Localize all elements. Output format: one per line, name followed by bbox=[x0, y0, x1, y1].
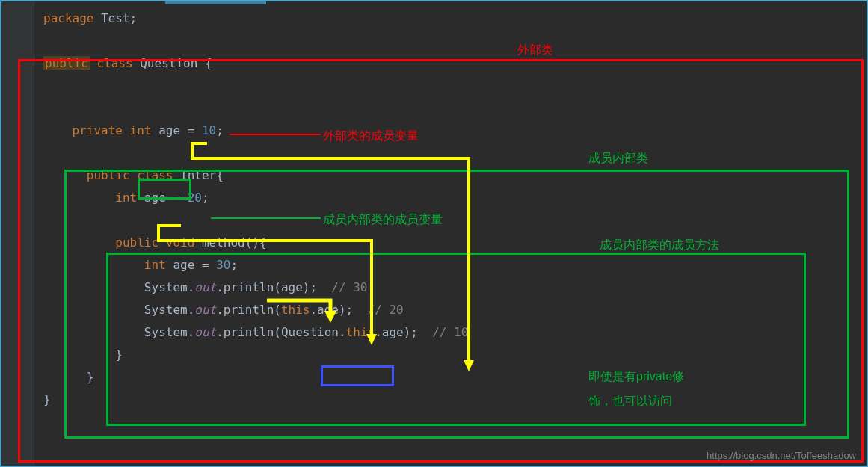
code-line: System.out.println(Question.this.age); /… bbox=[34, 321, 867, 344]
code-line: } bbox=[34, 344, 867, 366]
code-line: int age = 20; bbox=[34, 187, 867, 209]
tab-underline bbox=[165, 1, 266, 4]
code-line: private int age = 10; bbox=[34, 120, 867, 142]
watermark: https://blog.csdn.net/Toffeeshadow bbox=[707, 450, 856, 461]
code-line-blank bbox=[34, 75, 867, 97]
code-editor[interactable]: package Test; public class Question { pr… bbox=[34, 1, 867, 466]
code-line: System.out.println(this.age); // 20 bbox=[34, 299, 867, 321]
editor-gutter bbox=[1, 1, 34, 466]
code-line: public class Inter{ bbox=[34, 164, 867, 187]
code-line: } bbox=[34, 366, 867, 389]
code-line-blank bbox=[34, 30, 867, 52]
code-line: System.out.println(age); // 30 bbox=[34, 276, 867, 299]
code-line-blank bbox=[34, 142, 867, 164]
code-line: } bbox=[34, 389, 867, 411]
code-line: int age = 30; bbox=[34, 254, 867, 276]
code-line-blank bbox=[34, 97, 867, 120]
code-line: public class Question { bbox=[34, 52, 867, 75]
code-line: public void method(){ bbox=[34, 232, 867, 254]
code-line: package Test; bbox=[34, 7, 867, 30]
code-line-blank bbox=[34, 209, 867, 232]
